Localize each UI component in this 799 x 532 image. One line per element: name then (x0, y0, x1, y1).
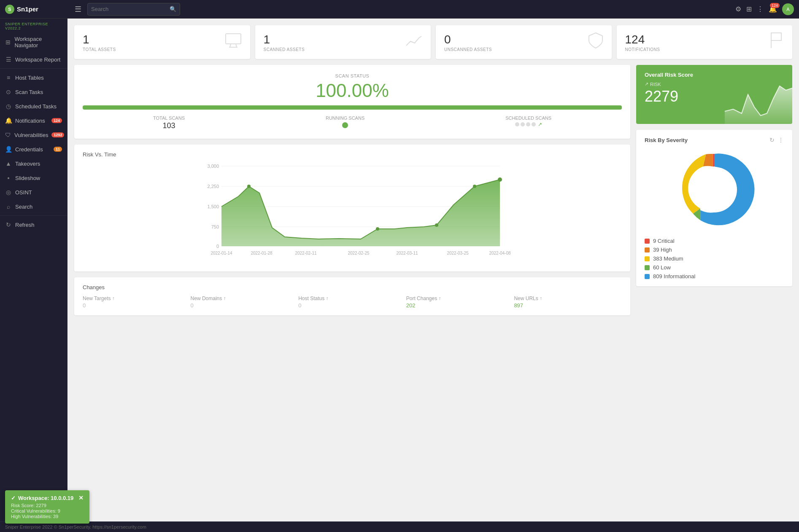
running-scans-item: Running Scans (326, 116, 364, 130)
risk-vs-time-title: Risk Vs. Time (83, 151, 622, 158)
svg-text:2022-03-25: 2022-03-25 (447, 251, 469, 255)
severity-refresh-icon[interactable]: ↻ (769, 137, 775, 143)
overall-risk-title: Overall Risk Score (645, 72, 784, 78)
sidebar-item-workspace-report[interactable]: ☰ Workspace Report (0, 52, 67, 67)
total-scans-item: Total Scans 103 (153, 116, 185, 130)
changes-panel: Changes New Targets ↑ 0 New Domains ↑ 0 … (74, 277, 630, 315)
search-input[interactable] (91, 6, 170, 12)
footer-text: Sniper Enterprise 2022 © Sn1perSecurity.… (5, 524, 146, 529)
running-dot (342, 122, 348, 128)
app-logo: S Sn1per (5, 5, 70, 14)
total-scans-value: 103 (153, 121, 185, 130)
stat-unscanned-assets: 0 UNSCANNED ASSETS (436, 25, 612, 59)
notifications-sidebar-icon: 🔔 (5, 117, 12, 124)
medium-dot (645, 256, 650, 261)
sched-dot-2 (521, 122, 525, 126)
avatar[interactable]: A (782, 3, 794, 15)
sidebar-item-vulnerabilities[interactable]: 🛡 Vulnerabilities 1292 (0, 128, 67, 142)
low-label: 60 Low (653, 264, 671, 271)
legend-medium: 383 Medium (645, 255, 784, 262)
toast-close-button[interactable]: ✕ (78, 494, 84, 501)
legend-critical: 9 Critical (645, 238, 784, 244)
change-label-new-targets: New Targets ↑ (83, 296, 191, 301)
content-left: SCAN STATUS 100.00% Total Scans 103 Runn… (74, 65, 630, 315)
svg-marker-15 (221, 180, 500, 246)
sidebar-item-scan-tasks[interactable]: ⊙ Scan Tasks (0, 85, 67, 99)
sidebar-item-workspace-navigator[interactable]: ⊞ Workspace Navigator (0, 32, 67, 52)
credentials-badge: 11 (54, 147, 62, 152)
search-bar: 🔍 (87, 3, 180, 16)
scan-tasks-icon: ⊙ (5, 89, 12, 95)
severity-legend: 9 Critical 39 High 383 Medium 60 Lo (645, 238, 784, 279)
vulnerabilities-icon: 🛡 (5, 132, 11, 138)
sidebar-item-notifications[interactable]: 🔔 Notifications 124 (0, 113, 67, 128)
changes-row: New Targets ↑ 0 New Domains ↑ 0 Host Sta… (83, 296, 622, 309)
donut-chart (672, 148, 756, 232)
svg-rect-0 (226, 34, 241, 44)
svg-line-1 (230, 44, 231, 47)
critical-label: 9 Critical (653, 238, 675, 244)
trend-icon (405, 33, 422, 51)
sidebar-item-host-tables[interactable]: ≡ Host Tables (0, 70, 67, 85)
total-scans-label: Total Scans (153, 116, 185, 121)
running-scans-label: Running Scans (326, 116, 364, 121)
sidebar-item-takeovers[interactable]: ▲ Takeovers (0, 156, 67, 171)
notifications-icon[interactable]: 🔔 124 (769, 5, 777, 13)
change-new-targets: New Targets ↑ 0 (83, 296, 191, 309)
sidebar-label-refresh: Refresh (15, 222, 35, 228)
sidebar-item-scheduled-tasks[interactable]: ◷ Scheduled Tasks (0, 99, 67, 113)
high-dot (645, 247, 650, 253)
scan-meta: Total Scans 103 Running Scans Scheduled … (83, 116, 622, 130)
sidebar-label-notifications: Notifications (15, 118, 45, 124)
stat-label-scanned-assets: SCANNED ASSETS (264, 47, 305, 52)
risk-vs-time-chart: 3,000 2,250 1,500 750 0 (83, 162, 622, 263)
stat-value-unscanned-assets: 0 (444, 33, 492, 46)
sidebar-item-osint[interactable]: ◎ OSINT (0, 185, 67, 199)
hamburger-menu[interactable]: ☰ (75, 5, 81, 14)
change-label-new-domains: New Domains ↑ (191, 296, 299, 301)
critical-dot (645, 239, 650, 244)
stat-value-total-assets: 1 (83, 33, 116, 46)
donut-chart-container (645, 148, 784, 232)
sidebar-label-osint: OSINT (15, 189, 32, 196)
severity-title: Risk By Severity (645, 137, 688, 143)
legend-low: 60 Low (645, 264, 784, 271)
stats-row: 1 TOTAL ASSETS 1 SCANNED ASSETS (74, 25, 792, 59)
sched-dot-4 (532, 122, 536, 126)
shield-icon (588, 32, 603, 52)
sidebar-label-credentials: Credentials (15, 146, 43, 153)
monitor-icon (225, 33, 242, 51)
svg-text:3,000: 3,000 (207, 164, 219, 169)
sidebar-item-search[interactable]: ⌕ Search (0, 199, 67, 214)
credentials-icon: 👤 (5, 146, 12, 153)
scheduled-tasks-icon: ◷ (5, 103, 12, 110)
risk-trend-icon: ↗ (645, 81, 648, 87)
scan-status-title: SCAN STATUS (83, 73, 622, 78)
svg-text:0: 0 (216, 244, 219, 249)
sidebar-divider-1 (0, 68, 67, 69)
informational-dot (645, 274, 650, 279)
svg-point-29 (691, 167, 737, 212)
stat-total-assets: 1 TOTAL ASSETS (74, 25, 250, 59)
scheduled-scans-item: Scheduled Scans ↗ (505, 116, 551, 130)
takeovers-icon: ▲ (5, 160, 12, 167)
sidebar-item-refresh[interactable]: ↻ Refresh (0, 218, 67, 232)
change-value-host-status: 0 (298, 302, 406, 309)
svg-point-19 (473, 185, 476, 188)
scheduled-dots: ↗ (505, 121, 551, 127)
risk-label-text: RISK (650, 82, 661, 87)
low-dot (645, 265, 650, 270)
sidebar-item-credentials[interactable]: 👤 Credentials 11 (0, 142, 67, 156)
sidebar-label-workspace-report: Workspace Report (15, 56, 60, 63)
flag-icon (769, 32, 784, 52)
settings-icon[interactable]: ⚙ (735, 5, 741, 13)
scan-status-panel: SCAN STATUS 100.00% Total Scans 103 Runn… (74, 65, 630, 139)
toast-line3: High Vulnerabilities: 39 (11, 514, 84, 519)
severity-more-icon[interactable]: ⋮ (778, 137, 784, 143)
more-icon[interactable]: ⋮ (757, 5, 764, 13)
grid-icon[interactable]: ⊞ (746, 5, 752, 13)
sidebar-item-slideshow[interactable]: ▪ Slideshow (0, 171, 67, 185)
search-sidebar-icon: ⌕ (5, 203, 12, 210)
refresh-icon: ↻ (5, 221, 12, 228)
app-name: Sn1per (17, 5, 38, 13)
